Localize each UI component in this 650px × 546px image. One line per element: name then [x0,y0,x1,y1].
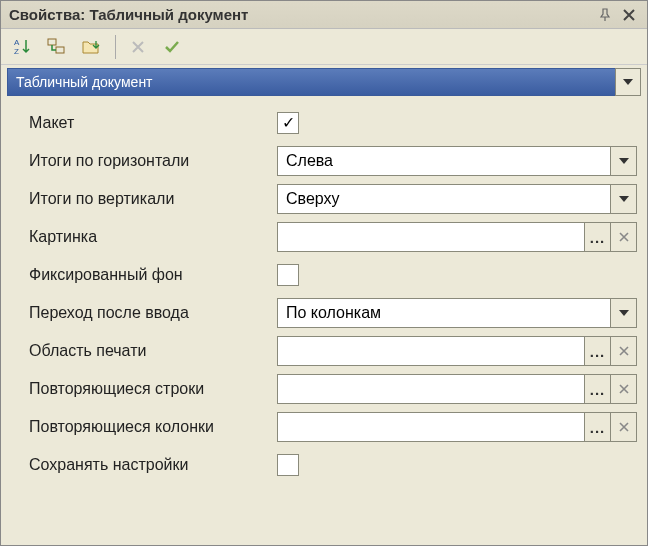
chevron-down-icon [619,196,629,202]
svg-text:Z: Z [14,47,19,56]
prop-save-settings: Сохранять настройки [29,446,637,484]
prop-label: Итоги по вертикали [29,190,277,208]
prop-label: Фиксированный фон [29,266,277,284]
totals-horizontal-select[interactable]: Слева [277,146,637,176]
object-selector-dropdown-icon[interactable] [615,68,641,96]
prop-label: Область печати [29,342,277,360]
clear-button[interactable] [610,413,636,441]
prop-label: Повторяющиеся строки [29,380,277,398]
chevron-down-icon [619,310,629,316]
svg-rect-2 [48,39,56,45]
prop-label: Переход после ввода [29,304,277,322]
clear-button[interactable] [610,375,636,403]
dropdown-button[interactable] [610,185,636,213]
prop-totals-horizontal: Итоги по горизонтали Слева [29,142,637,180]
dropdown-button[interactable] [610,147,636,175]
picture-field[interactable]: ... [277,222,637,252]
dropdown-button[interactable] [610,299,636,327]
check-icon: ✓ [282,115,295,131]
maket-checkbox[interactable]: ✓ [277,112,299,134]
properties-panel: Свойства: Табличный документ A Z [0,0,648,546]
select-value: По колонкам [278,304,610,322]
clear-button[interactable] [610,337,636,365]
save-settings-checkbox[interactable] [277,454,299,476]
prop-picture: Картинка ... [29,218,637,256]
chevron-down-icon [619,158,629,164]
prop-label: Итоги по горизонтали [29,152,277,170]
titlebar: Свойства: Табличный документ [1,1,647,29]
toolbar: A Z [1,29,647,65]
browse-button[interactable]: ... [584,375,610,403]
clear-button[interactable] [610,223,636,251]
prop-label: Картинка [29,228,277,246]
svg-rect-3 [56,47,64,53]
prop-fixed-background: Фиксированный фон [29,256,637,294]
toolbar-separator [115,35,116,59]
totals-vertical-select[interactable]: Сверху [277,184,637,214]
repeat-cols-field[interactable]: ... [277,412,637,442]
titlebar-title: Свойства: Табличный документ [9,6,591,23]
prop-print-area: Область печати ... [29,332,637,370]
object-selector[interactable]: Табличный документ [7,68,641,96]
prop-totals-vertical: Итоги по вертикали Сверху [29,180,637,218]
apply-button[interactable] [156,32,188,62]
browse-button[interactable]: ... [584,413,610,441]
repeat-rows-field[interactable]: ... [277,374,637,404]
input-transition-select[interactable]: По колонкам [277,298,637,328]
browse-button[interactable]: ... [584,337,610,365]
cancel-button[interactable] [122,32,154,62]
folder-button[interactable] [75,32,107,62]
select-value: Слева [278,152,610,170]
prop-input-transition: Переход после ввода По колонкам [29,294,637,332]
prop-label: Повторяющиеся колонки [29,418,277,436]
prop-label: Макет [29,114,277,132]
chevron-down-icon [623,79,633,85]
prop-repeat-rows: Повторяющиеся строки ... [29,370,637,408]
pin-button[interactable] [595,5,615,25]
prop-label: Сохранять настройки [29,456,277,474]
prop-maket: Макет ✓ [29,104,637,142]
close-button[interactable] [619,5,639,25]
browse-button[interactable]: ... [584,223,610,251]
print-area-field[interactable]: ... [277,336,637,366]
object-selector-label: Табличный документ [16,74,632,90]
fixed-background-checkbox[interactable] [277,264,299,286]
svg-text:A: A [14,38,20,47]
categories-button[interactable] [41,32,73,62]
properties-list: Макет ✓ Итоги по горизонтали Слева Итоги… [1,96,647,484]
select-value: Сверху [278,190,610,208]
sort-button[interactable]: A Z [7,32,39,62]
prop-repeat-cols: Повторяющиеся колонки ... [29,408,637,446]
